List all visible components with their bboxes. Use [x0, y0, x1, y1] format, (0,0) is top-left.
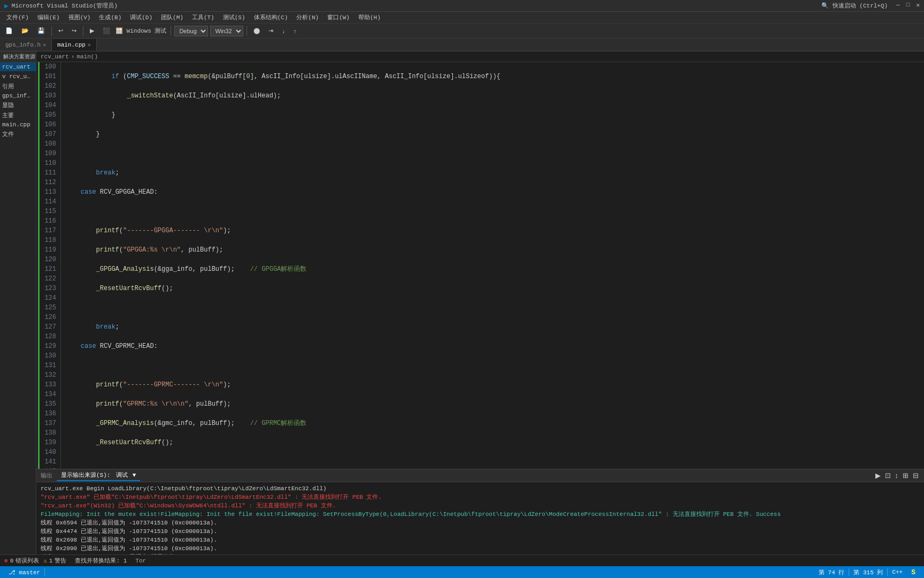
status-col: 第 315 列: [849, 568, 887, 576]
breakpoint-button[interactable]: ⬤: [250, 26, 263, 35]
output-btn-wrap[interactable]: ↕: [894, 470, 900, 481]
code-line: [65, 303, 924, 313]
output-line-3: "rcv_uart.exe"(Win32) 已加载"C:\Windows\Sys…: [41, 501, 920, 510]
output-line-2: "rcv_uart.exe" 已加载"C:\Inetpub\ftproot\ti…: [41, 493, 920, 501]
app-icon: ▶: [4, 2, 9, 10]
menu-team[interactable]: 团队(M): [157, 12, 188, 22]
output-panel: 输出 显示输出来源(S): 调试 ▼ ▶ ⊡ ↕ ⊞ ⊟ rcv_uart.ex…: [36, 469, 924, 554]
app-title: Microsoft Visual Studio(管理员): [12, 2, 118, 10]
output-dropdown-icon[interactable]: ▼: [133, 472, 136, 478]
sidebar: 解决方案资源管理器 rcv_uart v rcv_uart(1个变量) 引用 g…: [0, 51, 36, 554]
menu-debug[interactable]: 调试(D): [126, 12, 157, 22]
menu-test[interactable]: 测试(S): [219, 12, 250, 22]
code-line: [65, 457, 924, 467]
menu-edit[interactable]: 编辑(E): [33, 12, 64, 22]
sidebar-item-vars[interactable]: v rcv_uart(1个变量): [0, 71, 36, 81]
step-into[interactable]: ↓: [279, 27, 288, 35]
bottom-info-bar: ⊗ 0 错误列表 ⚠ 1 警告 查找并替换结果: 1 Tor: [0, 554, 924, 566]
step-out[interactable]: ↑: [290, 27, 300, 35]
tab-main-cpp-close[interactable]: ✕: [88, 42, 91, 48]
code-line: break;: [65, 322, 924, 332]
step-over[interactable]: ⇥: [265, 26, 276, 35]
restore-button[interactable]: □: [906, 2, 910, 10]
breadcrumb: rcv_uart › main(): [36, 51, 924, 62]
new-button[interactable]: 📄: [2, 26, 16, 35]
error-count: 0: [10, 558, 14, 564]
sidebar-item-main-cpp[interactable]: main.cpp: [0, 120, 36, 129]
status-line: 第 74 行: [814, 568, 849, 576]
output-line-8: 线程 0x2090 已退出,返回值为 -1073741510 (0xc00001…: [41, 544, 920, 553]
sidebar-item-display[interactable]: 显隐: [0, 100, 36, 110]
code-line: _ResetUartRcvBuff();: [65, 284, 924, 293]
code-editor[interactable]: 100 101 102 103 104 105 106 107 108 109 …: [36, 62, 924, 469]
status-sep-1: [44, 568, 45, 576]
toolbar-label-win: 🪟 Windows 测试: [116, 27, 166, 35]
tab-main-cpp[interactable]: main.cpp ✕: [52, 39, 97, 51]
undo-button[interactable]: ↩: [55, 26, 66, 35]
warning-label: 警告: [55, 557, 66, 565]
stop-debug[interactable]: ⬛: [99, 26, 113, 35]
output-source-label: 调试: [116, 472, 128, 478]
menu-bar: 文件(F) 编辑(E) 视图(V) 生成(B) 调试(D) 团队(M) 工具(T…: [0, 12, 924, 24]
menu-analyze[interactable]: 分析(N): [292, 12, 323, 22]
breadcrumb-file: rcv_uart: [41, 54, 69, 60]
output-line-5: 线程 0x6594 已退出,返回值为 -1073741510 (0xc00001…: [41, 519, 920, 527]
menu-arch[interactable]: 体系结构(C): [250, 12, 292, 22]
search-quick[interactable]: 🔍 快速启动 (Ctrl+Q): [821, 2, 888, 10]
warning-icon: ⚠: [43, 557, 47, 564]
code-content[interactable]: if (CMP_SUCCESS == memcmp(&pulBuff[0], A…: [61, 62, 924, 469]
menu-window[interactable]: 窗口(W): [323, 12, 354, 22]
title-bar: ▶ Microsoft Visual Studio(管理员) 🔍 快速启动 (C…: [0, 0, 924, 12]
code-line: _GPRMC_Analysis(&gmc_info, pulBuff); // …: [65, 419, 924, 428]
warning-count: 1: [49, 558, 53, 564]
redo-button[interactable]: ↪: [68, 26, 80, 35]
code-line: break;: [65, 168, 924, 178]
output-btn-collapse[interactable]: ⊟: [912, 470, 920, 481]
platform-select[interactable]: Win32: [210, 26, 243, 36]
output-tabs: 输出 显示输出来源(S): 调试 ▼ ▶ ⊡ ↕ ⊞ ⊟: [36, 469, 924, 482]
breadcrumb-sep: ›: [71, 54, 75, 60]
menu-build[interactable]: 生成(B): [95, 12, 126, 22]
sidebar-item-gps-info[interactable]: gps_info.h: [0, 92, 36, 100]
output-show-label: 显示输出来源(S):: [61, 472, 110, 478]
code-line: printf("GPRMC:%s \r\n\n", pulBuff);: [65, 399, 924, 409]
sidebar-item-rcv-uart[interactable]: rcv_uart: [0, 63, 36, 71]
output-btn-stop[interactable]: ⊡: [884, 470, 892, 481]
start-debug[interactable]: ▶: [87, 26, 97, 35]
output-line-9: 程序"[21034] rcv_uart.exe"已退出,返回值为 -107374…: [41, 553, 920, 554]
save-button[interactable]: 💾: [34, 26, 48, 35]
warning-badge[interactable]: ⚠ 1 警告: [43, 557, 66, 565]
output-btn-expand[interactable]: ⊞: [902, 470, 910, 481]
tor-indicator: Tor: [135, 558, 146, 564]
find-result: 查找并替换结果: 1: [75, 557, 127, 565]
code-line: [65, 149, 924, 158]
debug-mode-select[interactable]: Debug: [174, 26, 208, 36]
output-btn-play[interactable]: ▶: [874, 470, 882, 481]
close-button[interactable]: ✕: [916, 2, 920, 10]
minimize-button[interactable]: —: [896, 2, 900, 10]
main-layout: 解决方案资源管理器 rcv_uart v rcv_uart(1个变量) 引用 g…: [0, 51, 924, 554]
error-icon: ⊗: [4, 557, 8, 564]
output-toolbar: ▶ ⊡ ↕ ⊞ ⊟: [874, 470, 920, 481]
error-badge[interactable]: ⊗ 0 错误列表: [4, 557, 39, 565]
menu-view[interactable]: 视图(V): [64, 12, 95, 22]
breadcrumb-func: main(): [76, 54, 98, 60]
output-label: 输出: [41, 471, 52, 480]
sidebar-item-files[interactable]: 文件: [0, 129, 36, 139]
sidebar-item-refs[interactable]: 引用: [0, 81, 36, 92]
sidebar-item-main[interactable]: 主要: [0, 110, 36, 120]
separator-1: [51, 26, 52, 36]
output-line-6: 线程 0x4474 已退出,返回值为 -1073741510 (0xc00001…: [41, 527, 920, 536]
tab-gps-info-close[interactable]: ✕: [43, 42, 46, 48]
output-tab-active[interactable]: 显示输出来源(S): 调试 ▼: [57, 470, 140, 481]
search-icon: 🔍: [821, 3, 829, 9]
code-line: case RCV_GPRMC_HEAD:: [65, 341, 924, 351]
open-button[interactable]: 📂: [18, 26, 32, 35]
code-line: printf("-------GPRMC------- \r\n");: [65, 380, 924, 390]
tab-gps-info[interactable]: gps_info.h ✕: [0, 39, 52, 51]
separator-4: [247, 26, 247, 36]
menu-file[interactable]: 文件(F): [2, 12, 33, 22]
menu-help[interactable]: 帮助(H): [354, 12, 385, 22]
toolbar: 📄 📂 💾 ↩ ↪ ▶ ⬛ 🪟 Windows 测试 Debug Win32 ⬤…: [0, 24, 924, 39]
menu-tools[interactable]: 工具(T): [188, 12, 219, 22]
